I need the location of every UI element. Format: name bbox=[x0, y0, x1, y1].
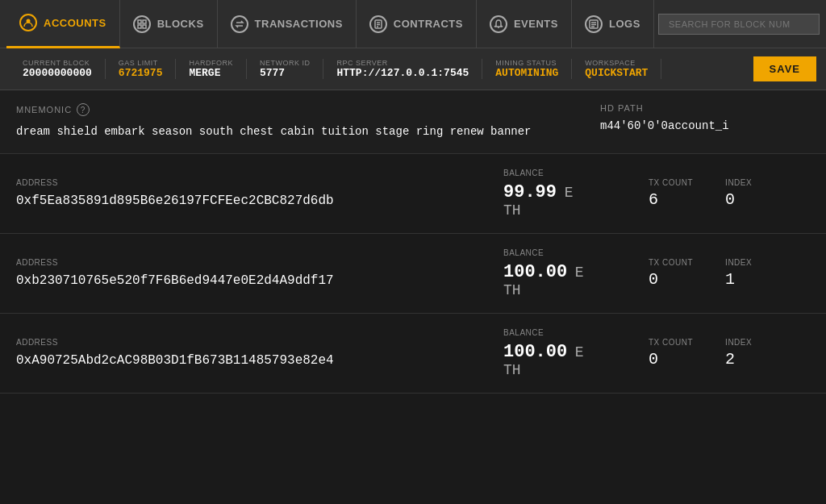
index-value: 2 bbox=[725, 350, 752, 369]
account-meta-col: TX COUNT 0 INDEX 2 bbox=[649, 338, 810, 369]
account-row: ADDRESS 0xA90725Abd2cAC98B03D1fB673B1148… bbox=[0, 314, 826, 394]
hdpath-section: HD PATH m44'60'0'0account_i bbox=[600, 103, 810, 132]
grid-icon bbox=[133, 15, 151, 33]
index-value: 0 bbox=[725, 190, 752, 209]
address-label: ADDRESS bbox=[16, 178, 487, 187]
mnemonic-help-icon[interactable]: ? bbox=[77, 103, 90, 116]
hardfork-value: MERGE bbox=[189, 67, 233, 79]
gas-limit-value: 6721975 bbox=[119, 67, 163, 79]
address-label: ADDRESS bbox=[16, 258, 487, 267]
index-label: INDEX bbox=[725, 258, 752, 267]
gas-limit-item: GAS LIMIT 6721975 bbox=[106, 59, 177, 79]
mnemonic-label: MNEMONIC ? bbox=[16, 103, 552, 116]
bell-icon bbox=[490, 15, 507, 33]
network-id-value: 5777 bbox=[260, 67, 311, 79]
balance-value: 100.00 bbox=[503, 262, 567, 282]
nav-blocks[interactable]: BLOCKS bbox=[120, 0, 218, 48]
rpc-server-value: HTTP://127.0.0.1:7545 bbox=[336, 67, 469, 79]
mnemonic-section: MNEMONIC ? dream shield embark season so… bbox=[0, 90, 826, 154]
nav-transactions[interactable]: TRANSACTIONS bbox=[218, 0, 357, 48]
current-block-item: CURRENT BLOCK 20000000000 bbox=[10, 59, 106, 79]
balance-label: BALANCE bbox=[503, 328, 649, 337]
statusbar: CURRENT BLOCK 20000000000 GAS LIMIT 6721… bbox=[0, 48, 826, 90]
tx-count-item: TX COUNT 6 bbox=[649, 178, 693, 209]
nav-events[interactable]: EVENTS bbox=[477, 0, 572, 48]
index-label: INDEX bbox=[725, 178, 752, 187]
mnemonic-words: dream shield embark season south chest c… bbox=[16, 123, 552, 140]
account-address: 0xf5Ea835891d895B6e26197FCFEec2CBC827d6d… bbox=[16, 192, 487, 210]
workspace-value: QUICKSTART bbox=[585, 67, 648, 79]
svg-rect-3 bbox=[138, 25, 141, 28]
tx-count-label: TX COUNT bbox=[649, 338, 693, 347]
current-block-value: 20000000000 bbox=[23, 67, 92, 79]
account-address: 0xb230710765e520f7F6B6ed9447e0E2d4A9ddf1… bbox=[16, 272, 487, 289]
svg-rect-4 bbox=[143, 25, 146, 28]
save-button[interactable]: SAVE bbox=[753, 56, 816, 81]
tx-count-value: 6 bbox=[649, 190, 693, 209]
network-id-label: NETWORK ID bbox=[260, 59, 311, 67]
account-address-col: ADDRESS 0xb230710765e520f7F6B6ed9447e0E2… bbox=[16, 258, 487, 289]
person-icon bbox=[19, 14, 37, 31]
account-meta-col: TX COUNT 6 INDEX 0 bbox=[649, 178, 810, 209]
balance-display: 99.99 ETH bbox=[503, 182, 649, 219]
workspace-item: WORKSPACE QUICKSTART bbox=[572, 59, 661, 79]
account-row: ADDRESS 0xb230710765e520f7F6B6ed9447e0E2… bbox=[0, 234, 826, 314]
search-input[interactable] bbox=[658, 14, 820, 35]
balance-label: BALANCE bbox=[503, 248, 649, 257]
doc-icon bbox=[369, 15, 387, 33]
account-address-col: ADDRESS 0xA90725Abd2cAC98B03D1fB673B1148… bbox=[16, 338, 487, 369]
balance-value: 99.99 bbox=[503, 182, 557, 202]
index-label: INDEX bbox=[725, 338, 752, 347]
account-row: ADDRESS 0xf5Ea835891d895B6e26197FCFEec2C… bbox=[0, 154, 826, 234]
workspace-label: WORKSPACE bbox=[585, 59, 648, 67]
mnemonic-words-section: MNEMONIC ? dream shield embark season so… bbox=[16, 103, 552, 140]
gas-limit-label: GAS LIMIT bbox=[119, 59, 163, 67]
nav-contracts[interactable]: CONTRACTS bbox=[357, 0, 477, 48]
account-address-col: ADDRESS 0xf5Ea835891d895B6e26197FCFEec2C… bbox=[16, 178, 487, 210]
arrows-icon bbox=[231, 15, 248, 33]
hardfork-item: HARDFORK MERGE bbox=[176, 59, 247, 79]
current-block-label: CURRENT BLOCK bbox=[23, 59, 92, 67]
tx-count-item: TX COUNT 0 bbox=[649, 258, 693, 289]
mining-status-item: MINING STATUS AUTOMINING bbox=[482, 59, 572, 79]
tx-count-value: 0 bbox=[649, 270, 693, 289]
balance-label: BALANCE bbox=[503, 169, 649, 177]
balance-value: 100.00 bbox=[503, 342, 567, 362]
hdpath-value: m44'60'0'0account_i bbox=[600, 119, 810, 132]
balance-display: 100.00 ETH bbox=[503, 342, 649, 378]
index-item: INDEX 0 bbox=[725, 178, 752, 209]
index-value: 1 bbox=[725, 270, 752, 289]
tx-count-value: 0 bbox=[649, 350, 693, 369]
account-balance-col: BALANCE 99.99 ETH bbox=[487, 169, 649, 219]
svg-rect-2 bbox=[143, 20, 146, 23]
address-label: ADDRESS bbox=[16, 338, 487, 347]
balance-display: 100.00 ETH bbox=[503, 262, 649, 298]
mining-status-value: AUTOMINING bbox=[495, 67, 558, 79]
tx-count-label: TX COUNT bbox=[649, 258, 693, 267]
rpc-server-label: RPC SERVER bbox=[336, 59, 469, 67]
navbar: ACCOUNTS BLOCKS TRANSACTIONS CONTRA bbox=[0, 0, 826, 48]
nav-logs[interactable]: LOGS bbox=[572, 0, 654, 48]
network-id-item: NETWORK ID 5777 bbox=[247, 59, 324, 79]
tx-count-item: TX COUNT 0 bbox=[649, 338, 693, 369]
rpc-server-item: RPC SERVER HTTP://127.0.0.1:7545 bbox=[323, 59, 482, 79]
nav-accounts[interactable]: ACCOUNTS bbox=[6, 0, 120, 48]
account-meta-col: TX COUNT 0 INDEX 1 bbox=[649, 258, 810, 289]
account-balance-col: BALANCE 100.00 ETH bbox=[487, 248, 649, 298]
tx-count-label: TX COUNT bbox=[649, 178, 693, 187]
index-item: INDEX 1 bbox=[725, 258, 752, 289]
svg-rect-1 bbox=[138, 20, 141, 23]
index-item: INDEX 2 bbox=[725, 338, 752, 369]
logs-icon bbox=[585, 15, 603, 33]
account-balance-col: BALANCE 100.00 ETH bbox=[487, 328, 649, 378]
account-address: 0xA90725Abd2cAC98B03D1fB673B11485793e82e… bbox=[16, 352, 487, 369]
mining-status-label: MINING STATUS bbox=[495, 59, 558, 67]
hardfork-label: HARDFORK bbox=[189, 59, 233, 67]
hdpath-label: HD PATH bbox=[600, 103, 810, 113]
accounts-list: ADDRESS 0xf5Ea835891d895B6e26197FCFEec2C… bbox=[0, 154, 826, 394]
